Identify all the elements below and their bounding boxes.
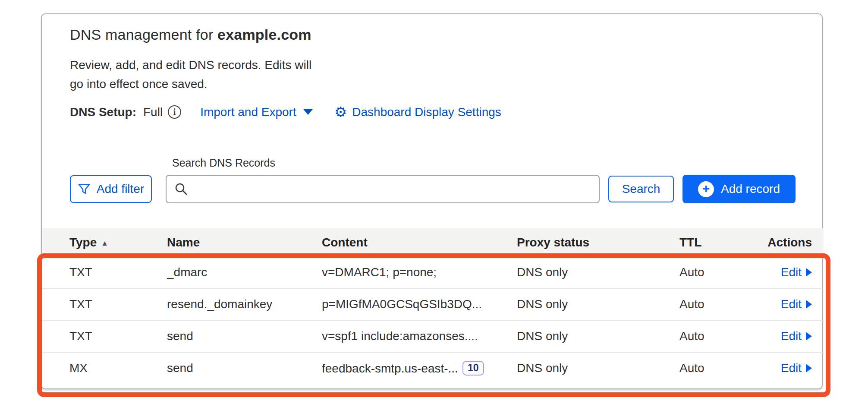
cell-ttl: Auto bbox=[679, 288, 759, 320]
table-row: TXT _dmarc v=DMARC1; p=none; DNS only Au… bbox=[42, 256, 824, 288]
column-header-type[interactable]: Type▲ bbox=[42, 228, 167, 256]
cell-name: send bbox=[167, 352, 322, 384]
cell-content: v=spf1 include:amazonses.... bbox=[322, 320, 517, 352]
chevron-right-icon bbox=[806, 300, 812, 309]
cell-name: resend._domainkey bbox=[167, 288, 322, 320]
column-header-name[interactable]: Name bbox=[167, 228, 322, 256]
edit-record-button[interactable]: Edit bbox=[781, 297, 812, 311]
chevron-right-icon bbox=[806, 268, 812, 277]
cell-proxy-status: DNS only bbox=[517, 320, 679, 352]
info-icon[interactable]: i bbox=[168, 105, 181, 119]
cell-name: _dmarc bbox=[167, 256, 322, 288]
plus-icon: + bbox=[698, 181, 714, 197]
search-box[interactable] bbox=[166, 175, 600, 203]
mx-priority-badge: 10 bbox=[462, 361, 484, 376]
cell-content: v=DMARC1; p=none; bbox=[322, 256, 517, 288]
cell-type: MX bbox=[42, 352, 167, 384]
add-filter-label: Add filter bbox=[97, 182, 145, 196]
cell-type: TXT bbox=[42, 256, 167, 288]
cell-proxy-status: DNS only bbox=[517, 352, 679, 384]
cell-proxy-status: DNS only bbox=[517, 288, 679, 320]
table-header-row: Type▲ Name Content Proxy status TTL Acti… bbox=[42, 228, 824, 256]
column-header-ttl[interactable]: TTL bbox=[679, 228, 759, 256]
page-subtitle: Review, add, and edit DNS records. Edits… bbox=[70, 56, 311, 94]
cell-content: p=MIGfMA0GCSqGSIb3DQ... bbox=[322, 288, 517, 320]
edit-record-button[interactable]: Edit bbox=[781, 329, 812, 343]
chevron-right-icon bbox=[806, 364, 812, 372]
dns-setup-label: DNS Setup: bbox=[70, 105, 136, 119]
add-record-button[interactable]: + Add record bbox=[682, 175, 796, 203]
search-icon bbox=[174, 182, 188, 196]
chevron-right-icon bbox=[806, 332, 812, 341]
cell-ttl: Auto bbox=[679, 320, 759, 352]
page-title-prefix: DNS management for bbox=[70, 26, 217, 43]
import-export-label: Import and Export bbox=[200, 105, 296, 119]
table-row: TXT resend._domainkey p=MIGfMA0GCSqGSIb3… bbox=[42, 288, 824, 320]
subtitle-line-2: go into effect once saved. bbox=[70, 75, 311, 94]
page-title: DNS management for example.com bbox=[70, 26, 311, 43]
column-header-proxy-status[interactable]: Proxy status bbox=[517, 228, 679, 256]
cell-name: send bbox=[167, 320, 322, 352]
dns-setup-value: Full bbox=[143, 105, 163, 119]
cell-type: TXT bbox=[42, 288, 167, 320]
dashboard-display-settings-link[interactable]: Dashboard Display Settings bbox=[352, 105, 501, 119]
table-row: MX send feedback-smtp.us-east-...10 DNS … bbox=[42, 352, 824, 384]
controls-row: Add filter Search + Add record bbox=[70, 175, 796, 203]
column-header-actions: Actions bbox=[759, 228, 824, 256]
import-export-link[interactable]: Import and Export bbox=[200, 105, 313, 119]
search-dns-records-label: Search DNS Records bbox=[172, 157, 275, 169]
dns-records-table: Type▲ Name Content Proxy status TTL Acti… bbox=[42, 228, 824, 384]
add-record-label: Add record bbox=[721, 182, 780, 196]
cell-type: TXT bbox=[42, 320, 167, 352]
chevron-down-icon bbox=[303, 109, 313, 115]
subtitle-line-1: Review, add, and edit DNS records. Edits… bbox=[70, 56, 311, 75]
filter-funnel-icon bbox=[78, 183, 91, 196]
dns-management-page: DNS management for example.com Review, a… bbox=[0, 0, 868, 404]
cell-proxy-status: DNS only bbox=[517, 256, 679, 288]
gear-icon: ⚙ bbox=[334, 105, 347, 119]
edit-record-button[interactable]: Edit bbox=[781, 361, 812, 375]
cell-ttl: Auto bbox=[679, 352, 759, 384]
search-button[interactable]: Search bbox=[608, 176, 674, 202]
table-row: TXT send v=spf1 include:amazonses.... DN… bbox=[42, 320, 824, 352]
sort-ascending-icon: ▲ bbox=[101, 239, 108, 247]
page-title-domain: example.com bbox=[217, 26, 311, 43]
add-filter-button[interactable]: Add filter bbox=[70, 175, 152, 203]
dns-setup-row: DNS Setup: Full i Import and Export ⚙ Da… bbox=[70, 105, 501, 119]
edit-record-button[interactable]: Edit bbox=[781, 265, 812, 279]
dns-management-card: DNS management for example.com Review, a… bbox=[41, 13, 823, 389]
column-header-content[interactable]: Content bbox=[322, 228, 517, 256]
cell-content: feedback-smtp.us-east-...10 bbox=[322, 352, 517, 384]
cell-ttl: Auto bbox=[679, 256, 759, 288]
search-input[interactable] bbox=[193, 177, 591, 201]
